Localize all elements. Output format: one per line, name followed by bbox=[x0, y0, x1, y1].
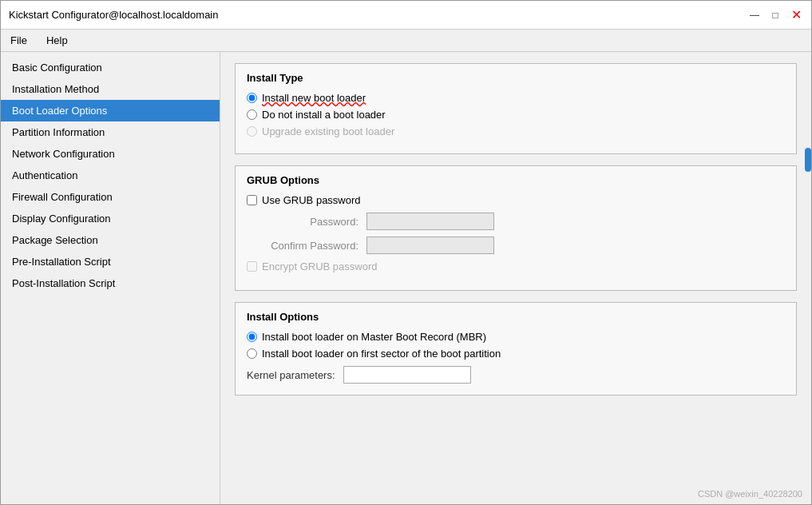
install-options-section: Install Options Install boot loader on M… bbox=[235, 302, 797, 396]
sidebar-item-authentication[interactable]: Authentication bbox=[1, 165, 220, 186]
install-new-radio[interactable] bbox=[247, 93, 257, 103]
install-options-title: Install Options bbox=[247, 311, 785, 323]
sidebar-item-partition-information[interactable]: Partition Information bbox=[1, 121, 220, 143]
window-title: Kickstart Configurator@localhost.localdo… bbox=[9, 9, 218, 21]
install-new-label: Install new boot loader bbox=[262, 92, 366, 104]
install-new-boot-loader-row: Install new boot loader bbox=[247, 92, 785, 104]
kernel-parameters-row: Kernel parameters: bbox=[247, 366, 785, 384]
scrollbar-indicator[interactable] bbox=[805, 148, 811, 172]
kernel-parameters-label: Kernel parameters: bbox=[247, 369, 335, 381]
do-not-install-row: Do not install a boot loader bbox=[247, 109, 785, 121]
main-panel: Install Type Install new boot loader Do … bbox=[220, 52, 811, 504]
encrypt-grub-row: Encrypt GRUB password bbox=[247, 260, 785, 272]
do-not-install-radio[interactable] bbox=[247, 109, 257, 120]
boot-partition-label: Install boot loader on first sector of t… bbox=[262, 348, 501, 360]
content-area: Basic Configuration Installation Method … bbox=[1, 52, 811, 504]
do-not-install-label: Do not install a boot loader bbox=[262, 109, 386, 121]
confirm-password-label: Confirm Password: bbox=[247, 240, 358, 252]
main-window: Kickstart Configurator@localhost.localdo… bbox=[0, 0, 812, 505]
menu-file[interactable]: File bbox=[7, 33, 30, 48]
mbr-label: Install boot loader on Master Boot Recor… bbox=[262, 331, 486, 343]
sidebar-item-post-installation-script[interactable]: Post-Installation Script bbox=[1, 272, 220, 294]
sidebar: Basic Configuration Installation Method … bbox=[1, 52, 220, 504]
password-row: Password: bbox=[247, 213, 785, 230]
minimize-button[interactable]: — bbox=[747, 8, 762, 22]
confirm-password-input[interactable] bbox=[366, 237, 494, 254]
sidebar-item-package-selection[interactable]: Package Selection bbox=[1, 229, 220, 251]
sidebar-item-firewall-configuration[interactable]: Firewall Configuration bbox=[1, 186, 220, 208]
upgrade-existing-row: Upgrade existing boot loader bbox=[247, 125, 785, 137]
use-grub-password-checkbox[interactable] bbox=[247, 195, 257, 205]
password-input[interactable] bbox=[366, 213, 494, 230]
watermark: CSDN @weixin_40228200 bbox=[698, 489, 802, 499]
upgrade-existing-radio[interactable] bbox=[247, 126, 257, 137]
boot-partition-radio[interactable] bbox=[247, 348, 257, 359]
confirm-password-row: Confirm Password: bbox=[247, 237, 785, 254]
boot-partition-row: Install boot loader on first sector of t… bbox=[247, 348, 785, 360]
password-label: Password: bbox=[247, 216, 358, 228]
install-type-section: Install Type Install new boot loader Do … bbox=[235, 63, 797, 154]
menu-help[interactable]: Help bbox=[43, 33, 71, 48]
upgrade-existing-label: Upgrade existing boot loader bbox=[262, 125, 394, 137]
titlebar: Kickstart Configurator@localhost.localdo… bbox=[1, 1, 811, 30]
mbr-row: Install boot loader on Master Boot Recor… bbox=[247, 331, 785, 343]
menubar: File Help bbox=[1, 30, 811, 52]
sidebar-item-display-configuration[interactable]: Display Configuration bbox=[1, 208, 220, 229]
kernel-parameters-input[interactable] bbox=[343, 366, 471, 384]
grub-options-title: GRUB Options bbox=[247, 174, 785, 186]
install-type-title: Install Type bbox=[247, 72, 785, 84]
grub-options-section: GRUB Options Use GRUB password Password:… bbox=[235, 165, 797, 291]
close-button[interactable]: ✕ bbox=[789, 8, 803, 22]
sidebar-item-basic-configuration[interactable]: Basic Configuration bbox=[1, 57, 220, 78]
use-grub-password-label: Use GRUB password bbox=[262, 194, 361, 206]
sidebar-item-network-configuration[interactable]: Network Configuration bbox=[1, 143, 220, 165]
sidebar-item-boot-loader-options[interactable]: Boot Loader Options bbox=[1, 100, 220, 121]
sidebar-item-pre-installation-script[interactable]: Pre-Installation Script bbox=[1, 251, 220, 272]
encrypt-grub-checkbox[interactable] bbox=[247, 261, 257, 272]
mbr-radio[interactable] bbox=[247, 332, 257, 342]
encrypt-grub-label: Encrypt GRUB password bbox=[262, 260, 378, 272]
window-controls: — □ ✕ bbox=[747, 8, 803, 22]
sidebar-item-installation-method[interactable]: Installation Method bbox=[1, 78, 220, 100]
maximize-button[interactable]: □ bbox=[768, 8, 782, 22]
use-grub-password-row: Use GRUB password bbox=[247, 194, 785, 206]
